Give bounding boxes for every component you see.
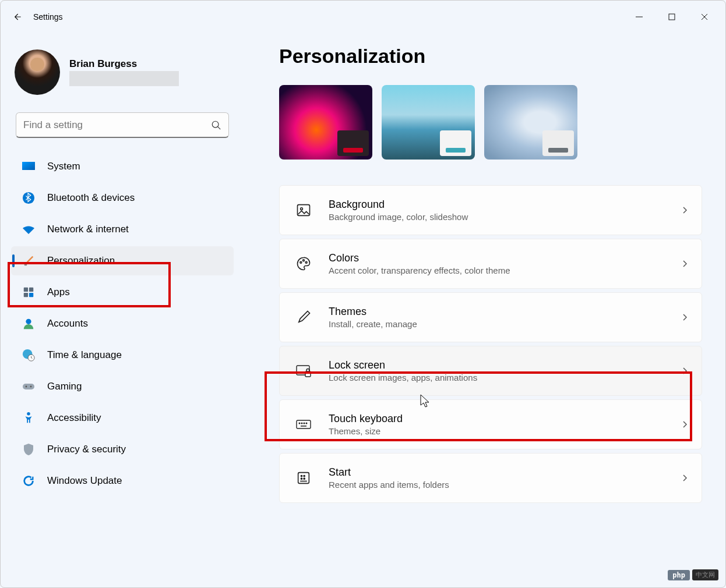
svg-rect-14 <box>23 384 34 389</box>
avatar <box>15 49 60 95</box>
svg-point-15 <box>26 386 27 388</box>
setting-title: Touch keyboard <box>329 413 664 425</box>
lock-screen-icon <box>295 362 312 380</box>
keyboard-icon <box>295 416 312 433</box>
svg-rect-7 <box>24 288 28 292</box>
sidebar-item-label: Network & internet <box>47 224 129 235</box>
sidebar-item-update[interactable]: Windows Update <box>11 466 234 495</box>
svg-rect-30 <box>301 426 306 427</box>
update-icon <box>22 474 36 488</box>
caption-controls <box>623 5 721 29</box>
setting-background[interactable]: Background Background image, color, slid… <box>279 185 702 235</box>
setting-lock-screen[interactable]: Lock screen Lock screen images, apps, an… <box>279 346 702 396</box>
system-icon <box>22 160 36 173</box>
maximize-button[interactable] <box>655 5 688 29</box>
back-button[interactable] <box>5 5 29 29</box>
svg-point-32 <box>301 475 302 476</box>
globe-clock-icon <box>22 348 36 362</box>
sidebar-item-label: Accessibility <box>47 412 101 424</box>
start-icon <box>295 469 312 487</box>
svg-rect-1 <box>669 14 675 20</box>
sidebar-item-time[interactable]: Time & language <box>11 341 234 370</box>
close-button[interactable] <box>688 5 721 29</box>
sidebar-item-bluetooth[interactable]: Bluetooth & devices <box>11 183 234 212</box>
chevron-right-icon <box>681 260 689 268</box>
svg-rect-4 <box>22 162 35 170</box>
accessibility-icon <box>22 411 36 425</box>
image-icon <box>295 201 312 219</box>
setting-desc: Background image, color, slideshow <box>329 212 664 222</box>
sidebar-item-label: Gaming <box>47 381 82 392</box>
chevron-right-icon <box>681 313 689 321</box>
shield-icon <box>22 442 36 456</box>
settings-list: Background Background image, color, slid… <box>279 185 702 503</box>
setting-title: Themes <box>329 306 664 318</box>
brush-outline-icon <box>295 309 312 326</box>
theme-preview-1[interactable] <box>279 85 372 160</box>
svg-point-2 <box>212 121 218 127</box>
setting-themes[interactable]: Themes Install, create, manage <box>279 292 702 342</box>
sidebar-item-label: Apps <box>47 286 70 298</box>
sidebar-item-apps[interactable]: Apps <box>11 278 234 307</box>
sidebar: Brian Burgess System Bluetooth & devices… <box>1 33 245 588</box>
sidebar-item-system[interactable]: System <box>11 152 234 181</box>
svg-rect-36 <box>300 481 307 482</box>
setting-start[interactable]: Start Recent apps and items, folders <box>279 453 702 503</box>
setting-desc: Recent apps and items, folders <box>329 480 664 490</box>
sidebar-item-label: Bluetooth & devices <box>47 192 135 204</box>
sidebar-item-label: System <box>47 161 80 172</box>
search-input[interactable] <box>23 119 211 131</box>
sidebar-item-accessibility[interactable]: Accessibility <box>11 403 234 433</box>
wifi-icon <box>22 222 36 236</box>
minimize-button[interactable] <box>623 5 655 29</box>
sidebar-item-privacy[interactable]: Privacy & security <box>11 435 234 464</box>
watermark-left: php <box>668 570 690 580</box>
user-section[interactable]: Brian Burgess <box>11 40 234 110</box>
user-email-redacted <box>69 71 179 86</box>
svg-point-35 <box>304 478 305 479</box>
app-title: Settings <box>33 12 63 22</box>
watermark-right: 中文网 <box>692 569 718 580</box>
setting-desc: Themes, size <box>329 426 664 436</box>
close-icon <box>700 13 709 21</box>
minimize-icon <box>635 13 643 21</box>
chevron-right-icon <box>681 206 689 214</box>
palette-icon <box>295 255 312 272</box>
svg-point-21 <box>303 260 305 261</box>
svg-point-17 <box>27 412 30 416</box>
page-title: Personalization <box>279 45 702 68</box>
setting-title: Background <box>329 199 664 211</box>
svg-point-33 <box>304 475 305 476</box>
svg-point-20 <box>300 261 302 263</box>
setting-title: Colors <box>329 252 664 264</box>
sidebar-item-network[interactable]: Network & internet <box>11 215 234 244</box>
sidebar-item-gaming[interactable]: Gaming <box>11 372 234 401</box>
svg-point-11 <box>26 319 31 324</box>
sidebar-item-label: Time & language <box>47 349 122 361</box>
user-name: Brian Burgess <box>69 58 179 70</box>
apps-icon <box>22 285 36 299</box>
svg-point-22 <box>305 261 307 263</box>
setting-title: Start <box>329 466 664 479</box>
setting-desc: Install, create, manage <box>329 319 664 329</box>
setting-desc: Lock screen images, apps, animations <box>329 373 664 382</box>
chevron-right-icon <box>681 420 689 428</box>
chevron-right-icon <box>681 367 689 375</box>
account-icon <box>22 317 36 331</box>
setting-desc: Accent color, transparency effects, colo… <box>329 265 664 275</box>
svg-point-19 <box>301 208 303 210</box>
svg-rect-8 <box>29 288 33 292</box>
sidebar-item-personalization[interactable]: Personalization <box>11 246 234 275</box>
setting-touch-keyboard[interactable]: Touch keyboard Themes, size <box>279 399 702 449</box>
brush-icon <box>22 254 36 268</box>
svg-rect-18 <box>298 205 310 216</box>
setting-title: Lock screen <box>329 359 664 371</box>
arrow-left-icon <box>11 11 23 23</box>
svg-point-16 <box>30 386 32 388</box>
theme-preview-2[interactable] <box>382 85 475 160</box>
theme-preview-3[interactable] <box>484 85 577 160</box>
svg-rect-6 <box>24 263 27 266</box>
sidebar-item-accounts[interactable]: Accounts <box>11 309 234 338</box>
search-box[interactable] <box>16 112 229 138</box>
setting-colors[interactable]: Colors Accent color, transparency effect… <box>279 239 702 289</box>
